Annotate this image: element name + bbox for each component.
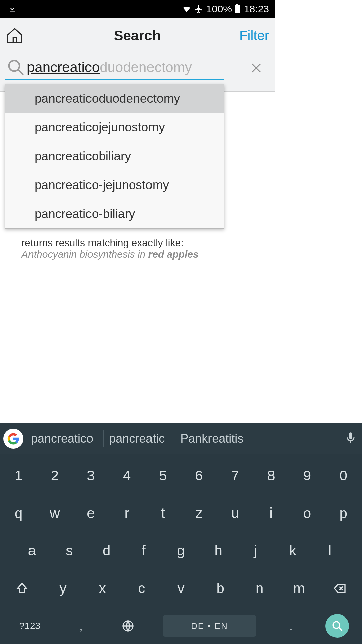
airplane-icon [194,4,203,14]
key-6[interactable]: 6 [187,460,212,488]
app-header: Search Filter [0,18,275,53]
clear-button[interactable] [247,59,266,77]
key-7[interactable]: 7 [223,460,247,488]
hint-line-1: returns results matching exactly like: [21,237,253,249]
search-typed-text: pancreatico [27,59,100,75]
autocomplete-item[interactable]: pancreatico-biliary [5,200,224,228]
key-5[interactable]: 5 [150,460,175,488]
keyboard-suggestion[interactable]: Pankreatitis [175,430,249,447]
status-bar: 100% 18:23 [0,0,275,18]
key-2[interactable]: 2 [42,460,67,488]
search-hint: returns results matching exactly like: A… [0,236,275,260]
search-input[interactable]: pancreaticoduodenectomy [5,55,224,80]
page-title: Search [0,28,275,44]
key-1[interactable]: 1 [6,460,31,488]
download-icon [8,5,17,13]
battery-icon [235,5,241,13]
search-autocomplete-tail: duodenectomy [100,59,192,75]
autocomplete-item[interactable]: pancreaticoduodenectomy [5,84,224,113]
keyboard-suggestion[interactable]: pancreatico [28,430,99,447]
keyboard-suggestions: pancreatico pancreatic Pankreatitis [0,423,275,454]
keyboard-suggestion[interactable]: pancreatic [103,430,170,447]
autocomplete-dropdown: pancreaticoduodenectomy pancreaticojejun… [5,84,224,229]
status-right: 100% 18:23 [182,3,269,15]
key-3[interactable]: 3 [78,460,103,488]
filter-link[interactable]: Filter [239,28,269,43]
keyboard-row-numbers: 1 2 3 4 5 6 7 8 9 0 [1,460,275,488]
autocomplete-item[interactable]: pancreaticobiliary [5,142,224,171]
keyboard: pancreatico pancreatic Pankreatitis 1 2 … [0,423,275,488]
key-4[interactable]: 4 [115,460,139,488]
autocomplete-item[interactable]: pancreatico-jejunostomy [5,171,224,200]
status-left [8,5,17,13]
search-icon [7,58,25,76]
key-8[interactable]: 8 [259,460,275,488]
svg-point-0 [9,61,20,71]
wifi-icon [182,4,191,14]
status-time: 18:23 [244,3,269,15]
autocomplete-item[interactable]: pancreaticojejunostomy [5,113,224,142]
google-icon[interactable] [3,429,23,449]
hint-line-2: Anthocyanin biosynthesis in red apples [21,249,253,260]
battery-percentage: 100% [206,3,232,15]
svg-line-1 [18,70,23,75]
keyboard-rows: 1 2 3 4 5 6 7 8 9 0 q w e r t z u i o p … [0,454,275,488]
